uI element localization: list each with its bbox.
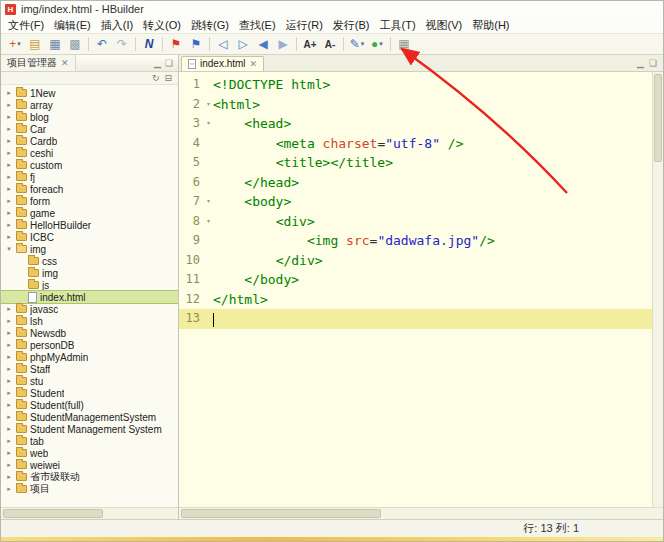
- dropdown-arrow-icon[interactable]: ▾: [17, 40, 21, 48]
- chevron-right-icon[interactable]: ▸: [5, 209, 13, 217]
- chevron-down-icon[interactable]: ▾: [5, 245, 13, 253]
- sidebar-hscrollbar[interactable]: [1, 507, 178, 519]
- chevron-right-icon[interactable]: ▸: [5, 437, 13, 445]
- nav-back-button[interactable]: ◀: [253, 35, 273, 53]
- refresh-icon[interactable]: ↻: [152, 73, 160, 83]
- chevron-right-icon[interactable]: ▸: [5, 485, 13, 493]
- tree-item-stu[interactable]: ▸stu: [1, 375, 178, 387]
- tree-item-项目[interactable]: ▸项目: [1, 483, 178, 495]
- new-button[interactable]: +▾: [5, 35, 25, 53]
- tree-item-1New[interactable]: ▸1New: [1, 87, 178, 99]
- minimize-view-icon[interactable]: ▁: [637, 58, 644, 68]
- bookmark-button[interactable]: ⚑: [166, 35, 186, 53]
- open-file-button[interactable]: ▤: [25, 35, 45, 53]
- chevron-right-icon[interactable]: ▸: [5, 173, 13, 181]
- tree-item-HelloHBuilder[interactable]: ▸HelloHBuilder: [1, 219, 178, 231]
- font-decrease-button[interactable]: A-: [320, 35, 340, 53]
- chevron-right-icon[interactable]: ▸: [5, 353, 13, 361]
- tree-item-custom[interactable]: ▸custom: [1, 159, 178, 171]
- code-line-11[interactable]: 11 </body>: [179, 270, 652, 290]
- tree-item-phpMyAdmin[interactable]: ▸phpMyAdmin: [1, 351, 178, 363]
- more-tools-button[interactable]: ▦: [394, 35, 414, 53]
- menu-item[interactable]: 运行(R): [281, 17, 328, 34]
- format-button[interactable]: N: [139, 35, 159, 53]
- tree-item-blog[interactable]: ▸blog: [1, 111, 178, 123]
- tree-item-ceshi[interactable]: ▸ceshi: [1, 147, 178, 159]
- tree-item-img[interactable]: ▾img: [1, 243, 178, 255]
- tree-item-img[interactable]: img: [1, 267, 178, 279]
- chevron-right-icon[interactable]: ▸: [5, 365, 13, 373]
- close-icon[interactable]: ✕: [61, 58, 69, 68]
- project-manager-tab[interactable]: 项目管理器 ✕: [1, 55, 76, 71]
- menu-item[interactable]: 查找(E): [234, 17, 281, 34]
- code-line-4[interactable]: 4 <meta charset="utf-8" />: [179, 134, 652, 154]
- tree-item-form[interactable]: ▸form: [1, 195, 178, 207]
- code-line-2[interactable]: 2▾<html>: [179, 95, 652, 115]
- tree-item-web[interactable]: ▸web: [1, 447, 178, 459]
- chevron-right-icon[interactable]: ▸: [5, 389, 13, 397]
- editor-hscrollbar[interactable]: [179, 507, 663, 519]
- code-line-12[interactable]: 12</html>: [179, 290, 652, 310]
- redo-button[interactable]: ↷: [112, 35, 132, 53]
- minimize-panel-icon[interactable]: ▁: [154, 58, 161, 68]
- scrollbar-thumb[interactable]: [3, 509, 103, 518]
- chevron-right-icon[interactable]: ▸: [5, 449, 13, 457]
- nav-forward-button[interactable]: ▶: [273, 35, 293, 53]
- code-line-3[interactable]: 3▾ <head>: [179, 114, 652, 134]
- tree-item-weiwei[interactable]: ▸weiwei: [1, 459, 178, 471]
- chevron-right-icon[interactable]: ▸: [5, 305, 13, 313]
- chevron-right-icon[interactable]: ▸: [5, 197, 13, 205]
- tree-item-foreach[interactable]: ▸foreach: [1, 183, 178, 195]
- fold-marker-icon[interactable]: ▾: [204, 95, 213, 115]
- chevron-right-icon[interactable]: ▸: [5, 161, 13, 169]
- collapse-all-icon[interactable]: ⊟: [164, 73, 172, 83]
- dropdown-arrow-icon[interactable]: ▾: [379, 40, 383, 48]
- chevron-right-icon[interactable]: ▸: [5, 185, 13, 193]
- marker-flag-button[interactable]: ⚑: [186, 35, 206, 53]
- tree-item-Newsdb[interactable]: ▸Newsdb: [1, 327, 178, 339]
- editor-vscrollbar[interactable]: [652, 72, 663, 507]
- chevron-right-icon[interactable]: ▸: [5, 221, 13, 229]
- tree-item-Student[interactable]: ▸Student: [1, 387, 178, 399]
- code-editor[interactable]: 1<!DOCTYPE html>2▾<html>3▾ <head>4 <meta…: [179, 72, 663, 507]
- tree-item-array[interactable]: ▸array: [1, 99, 178, 111]
- dropdown-arrow-icon[interactable]: ▾: [361, 40, 365, 48]
- scrollbar-thumb[interactable]: [181, 509, 381, 518]
- chevron-right-icon[interactable]: ▸: [5, 149, 13, 157]
- menu-item[interactable]: 视图(V): [421, 17, 468, 34]
- code-line-9[interactable]: 9 <img src="dadwafa.jpg"/>: [179, 231, 652, 251]
- maximize-view-icon[interactable]: ❏: [649, 58, 657, 68]
- code-line-10[interactable]: 10 </div>: [179, 251, 652, 271]
- chevron-right-icon[interactable]: ▸: [5, 473, 13, 481]
- fold-marker-icon[interactable]: ▾: [204, 114, 213, 134]
- tree-item-css[interactable]: css: [1, 255, 178, 267]
- chevron-right-icon[interactable]: ▸: [5, 317, 13, 325]
- menu-item[interactable]: 发行(B): [328, 17, 375, 34]
- code-line-1[interactable]: 1<!DOCTYPE html>: [179, 75, 652, 95]
- code-line-7[interactable]: 7▾ <body>: [179, 192, 652, 212]
- chevron-right-icon[interactable]: ▸: [5, 425, 13, 433]
- tree-item-fj[interactable]: ▸fj: [1, 171, 178, 183]
- chevron-right-icon[interactable]: ▸: [5, 401, 13, 409]
- save-button[interactable]: ▦: [45, 35, 65, 53]
- close-icon[interactable]: ✕: [250, 59, 258, 69]
- tree-item-js[interactable]: js: [1, 279, 178, 291]
- tree-item-StudentManagementSystem[interactable]: ▸StudentManagementSystem: [1, 411, 178, 423]
- chevron-right-icon[interactable]: ▸: [5, 377, 13, 385]
- chevron-right-icon[interactable]: ▸: [5, 341, 13, 349]
- tab-index-html[interactable]: <> index.html ✕: [181, 56, 264, 71]
- undo-button[interactable]: ↶: [92, 35, 112, 53]
- tree-item-Student-Management-System[interactable]: ▸Student Management System: [1, 423, 178, 435]
- chevron-right-icon[interactable]: ▸: [5, 101, 13, 109]
- code-line-5[interactable]: 5 <title></title>: [179, 153, 652, 173]
- tree-item-lsh[interactable]: ▸lsh: [1, 315, 178, 327]
- menu-item[interactable]: 编辑(E): [49, 17, 96, 34]
- run-in-browser-button[interactable]: ●▾: [367, 35, 387, 53]
- menu-item[interactable]: 工具(T): [375, 17, 421, 34]
- tree-item-index.html[interactable]: index.html: [1, 291, 178, 303]
- tree-item-game[interactable]: ▸game: [1, 207, 178, 219]
- tree-item-tab[interactable]: ▸tab: [1, 435, 178, 447]
- tree-item-省市级联动[interactable]: ▸省市级联动: [1, 471, 178, 483]
- next-annotation-button[interactable]: ▷: [233, 35, 253, 53]
- chevron-right-icon[interactable]: ▸: [5, 113, 13, 121]
